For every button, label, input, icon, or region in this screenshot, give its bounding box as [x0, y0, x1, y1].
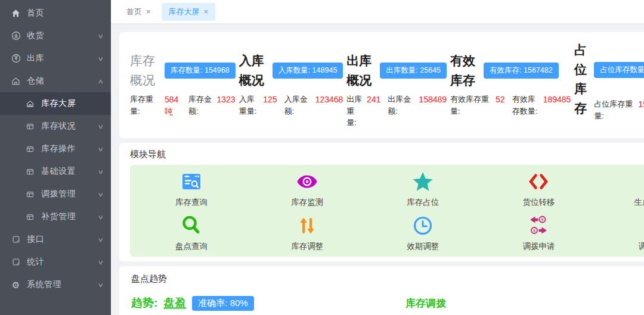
sidebar-item-inventory-status[interactable]: 库存状况 ∨ — [0, 115, 111, 138]
gear-icon: ⚙ — [11, 280, 21, 290]
stat-section-inventory: 库存概况 库存数量: 154968 库存重量:584吨 库存金额:1323 — [130, 40, 239, 130]
module-generate-count-sheet[interactable]: ¥ 生成盘点单 — [597, 170, 644, 208]
stat-value: 158489 — [419, 93, 447, 105]
tab-bar: 首页 × 库存大屏 × — [111, 0, 644, 24]
sidebar-item-outbound[interactable]: 出库 ∨ — [0, 47, 111, 70]
module-label: 盘点查询 — [175, 241, 208, 252]
stat-badge: 有效库存: 1567482 — [484, 63, 559, 79]
chevron-down-icon: ∨ — [97, 33, 104, 39]
module-inventory-adjust[interactable]: 库存调整 — [249, 214, 365, 252]
module-label: 效期调整 — [407, 241, 439, 252]
sidebar-item-label: 补货管理 — [41, 211, 98, 222]
chevron-down-icon: ∨ — [97, 191, 104, 198]
stats-overview-card: 库存概况 库存数量: 154968 库存重量:584吨 库存金额:1323 入库… — [119, 32, 644, 138]
sidebar-item-interface[interactable]: 接口 ∨ — [0, 228, 111, 251]
module-inventory-monitor[interactable]: 库存监测 — [249, 170, 365, 208]
tab-inventory-screen[interactable]: 库存大屏 × — [162, 3, 216, 21]
module-expiry-adjust[interactable]: 效期调整 — [365, 214, 481, 252]
receive-icon — [11, 31, 21, 41]
chevron-down-icon: ∨ — [97, 214, 104, 220]
module-location-transfer[interactable]: 货位转移 — [481, 170, 596, 208]
angle-brackets-icon — [527, 170, 550, 194]
sidebar-item-home[interactable]: 首页 — [0, 2, 111, 24]
magnifier-icon — [179, 214, 203, 238]
module-nav-header: 模块导航 — [130, 149, 644, 160]
stat-badge: 占位库存数量: 14894 — [594, 62, 644, 78]
sidebar-item-inventory-operation[interactable]: 库存操作 ∨ — [0, 138, 111, 160]
grid-icon — [25, 144, 35, 154]
stat-label: 有效库存重量: — [450, 93, 492, 117]
page-content: 库存概况 库存数量: 154968 库存重量:584吨 库存金额:1323 入库… — [111, 24, 644, 315]
trend-left-block: 趋势: 盘盈 准确率: 80% 差异数量: 1005 差异重量: 10 — [131, 295, 405, 315]
close-icon[interactable]: × — [146, 7, 151, 16]
count-trend-header: 盘点趋势 — [131, 273, 644, 285]
close-icon[interactable]: × — [204, 7, 209, 16]
module-label: 库存查询 — [175, 197, 208, 208]
module-label: 调拨申请 — [522, 241, 555, 252]
stat-title: 出库概况 — [346, 51, 374, 90]
chevron-down-icon: ∨ — [97, 282, 104, 288]
count-trend-card: 盘点趋势 趋势: 盘盈 准确率: 80% 差异数量: 1005 差异重量: 10 — [119, 266, 644, 315]
svg-text:¥: ¥ — [533, 228, 536, 233]
stat-value: 15 — [638, 98, 644, 110]
sidebar-item-statistics[interactable]: 统计 ∨ — [0, 251, 111, 273]
sidebar-item-label: 库存状况 — [41, 121, 98, 132]
module-inventory-query[interactable]: 库存查询 — [134, 170, 249, 208]
stat-value: 241 — [367, 93, 380, 105]
grid-icon — [25, 167, 35, 177]
module-transfer-apply[interactable]: ¥ ¥ 调拨申请 — [481, 214, 596, 252]
inventory-transfer-title: 库存调拨 — [405, 295, 526, 311]
trend-value-link[interactable]: 盘盈 — [163, 295, 186, 311]
stat-value: 123468 — [315, 93, 343, 105]
transfer-arrows-icon: ¥ ¥ — [527, 214, 550, 238]
sidebar-item-label: 出库 — [27, 53, 98, 64]
tab-home[interactable]: 首页 × — [119, 3, 158, 21]
stat-value: 1323 — [217, 93, 236, 105]
chevron-up-icon: ∧ — [97, 78, 104, 85]
tab-label: 首页 — [126, 7, 142, 17]
module-label: 库存占位 — [407, 197, 439, 208]
sidebar-item-label: 库存操作 — [41, 144, 98, 154]
stat-value: 125 — [263, 93, 277, 105]
stat-title: 入库概况 — [239, 51, 267, 90]
module-count-query[interactable]: 盘点查询 — [134, 214, 249, 252]
sidebar-item-basic-settings[interactable]: 基础设置 ∨ — [0, 160, 111, 183]
sidebar-item-system-management[interactable]: ⚙ 系统管理 ∨ — [0, 273, 111, 296]
stat-badge: 入库数量: 148945 — [273, 63, 343, 79]
sidebar-item-warehouse[interactable]: 仓储 ∧ — [0, 70, 111, 92]
chevron-down-icon: ∨ — [97, 259, 104, 266]
stat-label: 入库金额: — [284, 93, 312, 117]
sidebar-item-receive[interactable]: 收货 ∨ — [0, 24, 111, 47]
sidebar-item-label: 库存大屏 — [41, 98, 103, 109]
stat-value: 189485 — [543, 93, 571, 105]
grid-icon — [25, 121, 35, 132]
trend-label: 趋势: — [131, 295, 157, 311]
stat-label: 出库金额: — [388, 93, 415, 117]
stat-section-outbound: 出库概况 出库数量: 25645 出库重量:241 出库金额:158489 — [346, 40, 450, 130]
module-label: 调拨出库 — [639, 241, 644, 252]
stat-badge: 出库数量: 25645 — [380, 63, 447, 79]
module-inventory-occupy[interactable]: 库存占位 — [365, 170, 481, 208]
stat-value: 584吨 — [165, 93, 181, 118]
sidebar-item-replenishment[interactable]: 补货管理 ∨ — [0, 205, 111, 228]
module-transfer-outbound[interactable]: 调 调拨出库 — [597, 214, 644, 252]
clock-icon — [411, 214, 435, 238]
sidebar-item-inventory-screen[interactable]: 库存大屏 — [0, 92, 111, 115]
svg-text:¥: ¥ — [541, 217, 544, 222]
trend-right-block: 库存调拨 调拨数量: 2545 调拨重量: 22 — [405, 295, 526, 315]
chevron-down-icon: ∨ — [97, 123, 104, 130]
chevron-down-icon: ∨ — [97, 55, 104, 62]
sidebar-item-label: 系统管理 — [27, 279, 98, 290]
stat-label: 入库重量: — [239, 93, 260, 117]
accuracy-badge: 准确率: 80% — [192, 296, 253, 311]
sidebar-item-label: 首页 — [27, 8, 103, 18]
module-nav-panel: 库存查询 库存监测 库存占位 — [130, 165, 644, 257]
warehouse-icon — [11, 76, 21, 86]
doc-icon — [11, 257, 21, 267]
screen-icon — [25, 99, 35, 109]
home-icon — [11, 8, 21, 18]
outbound-icon — [11, 54, 21, 64]
sidebar: 首页 收货 ∨ 出库 ∨ 仓储 ∧ 库存大屏 库存状况 ∨ — [0, 0, 111, 315]
chevron-down-icon: ∨ — [97, 169, 104, 175]
sidebar-item-transfer-management[interactable]: 调拨管理 ∨ — [0, 183, 111, 205]
